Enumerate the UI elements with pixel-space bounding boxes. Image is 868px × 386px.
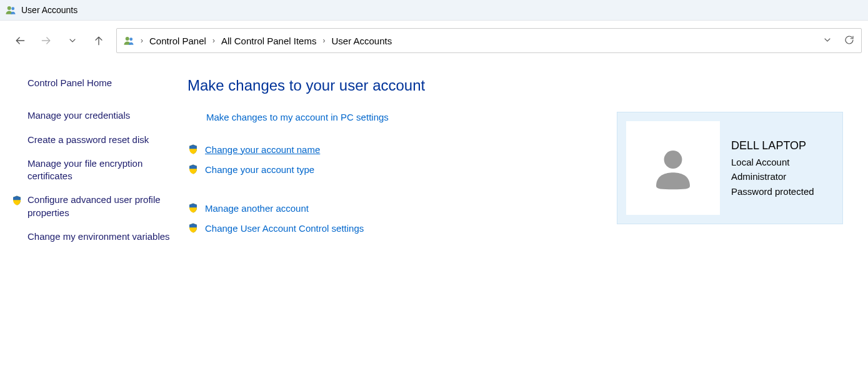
- nav-recent-dropdown[interactable]: [64, 32, 81, 49]
- breadcrumb-item-1[interactable]: All Control Panel Items: [221, 36, 317, 46]
- arrow-right-icon: [40, 34, 52, 47]
- link-pc-settings[interactable]: Make changes to my account in PC setting…: [187, 112, 592, 122]
- link-change-account-type[interactable]: Change your account type: [187, 164, 592, 175]
- nav-back-button[interactable]: [11, 32, 29, 49]
- breadcrumb: › Control Panel › All Control Panel Item…: [141, 36, 816, 46]
- shield-icon: [11, 195, 22, 206]
- refresh-icon: [844, 34, 855, 46]
- link-change-uac-settings[interactable]: Change User Account Control settings: [187, 222, 592, 234]
- sidebar-link-advanced-user-profile[interactable]: Configure advanced user profile properti…: [27, 194, 175, 219]
- user-accounts-crumb-icon: [123, 35, 134, 46]
- shield-icon: [187, 144, 199, 155]
- sidebar-item-label: Manage your file encryption certificates: [27, 157, 175, 183]
- address-dropdown-button[interactable]: [822, 35, 832, 47]
- sidebar-link-control-panel-home[interactable]: Control Panel Home: [27, 77, 175, 89]
- refresh-button[interactable]: [844, 34, 855, 47]
- account-password-status: Password protected: [731, 184, 814, 199]
- nav-toolbar: › Control Panel › All Control Panel Item…: [0, 21, 868, 61]
- account-role: Administrator: [731, 169, 814, 184]
- sidebar-link-environment-variables[interactable]: Change my environment variables: [27, 230, 175, 243]
- arrow-left-icon: [14, 34, 26, 47]
- link-manage-another-account[interactable]: Manage another account: [187, 202, 592, 214]
- nav-forward-button[interactable]: [37, 32, 55, 49]
- sidebar: Control Panel Home Manage your credentia…: [0, 77, 187, 254]
- arrow-up-icon: [92, 34, 105, 47]
- user-avatar-icon: [645, 140, 701, 196]
- chevron-down-icon: [67, 36, 77, 46]
- sidebar-item-label: Control Panel Home: [27, 77, 112, 89]
- sidebar-item-label: Change my environment variables: [27, 230, 170, 243]
- chevron-down-icon: [822, 35, 832, 45]
- action-label: Manage another account: [205, 203, 309, 214]
- sidebar-link-password-reset-disk[interactable]: Create a password reset disk: [27, 134, 175, 146]
- nav-up-button[interactable]: [90, 32, 107, 49]
- account-card: DELL LAPTOP Local Account Administrator …: [617, 112, 843, 224]
- chevron-right-icon: ›: [322, 36, 325, 45]
- shield-icon: [187, 164, 199, 175]
- account-avatar: [626, 121, 720, 215]
- account-type: Local Account: [731, 155, 814, 169]
- action-label: Change User Account Control settings: [205, 223, 364, 234]
- sidebar-item-label: Manage your credentials: [27, 109, 130, 122]
- page-heading: Make changes to your user account: [187, 77, 843, 94]
- sidebar-item-label: Configure advanced user profile properti…: [27, 194, 175, 219]
- address-bar[interactable]: › Control Panel › All Control Panel Item…: [116, 28, 862, 53]
- chevron-right-icon: ›: [141, 36, 143, 45]
- sidebar-link-manage-credentials[interactable]: Manage your credentials: [27, 109, 175, 122]
- window-titlebar: User Accounts: [0, 0, 868, 21]
- window-title: User Accounts: [21, 5, 77, 15]
- account-name: DELL LAPTOP: [731, 137, 814, 155]
- link-change-account-name[interactable]: Change your account name: [187, 144, 592, 155]
- action-label: Make changes to my account in PC setting…: [206, 112, 389, 122]
- sidebar-link-file-encryption-certs[interactable]: Manage your file encryption certificates: [27, 157, 175, 183]
- sidebar-item-label: Create a password reset disk: [27, 134, 149, 146]
- breadcrumb-item-0[interactable]: Control Panel: [149, 36, 206, 46]
- action-label: Change your account name: [205, 144, 320, 155]
- user-accounts-app-icon: [5, 4, 16, 16]
- chevron-right-icon: ›: [212, 36, 215, 45]
- main-content: Make changes to your user account Make c…: [187, 77, 868, 254]
- shield-icon: [187, 222, 199, 234]
- account-actions: Make changes to my account in PC setting…: [187, 112, 592, 242]
- action-label: Change your account type: [205, 164, 314, 175]
- account-meta: DELL LAPTOP Local Account Administrator …: [731, 137, 814, 199]
- shield-icon: [187, 202, 199, 214]
- breadcrumb-item-2[interactable]: User Accounts: [331, 36, 392, 46]
